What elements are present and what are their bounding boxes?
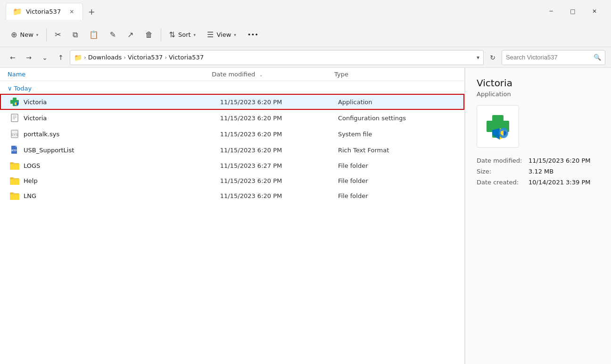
file-name: Help (21, 177, 220, 184)
table-row[interactable]: SYS porttalk.sys 11/15/2023 6:20 PM Syst… (0, 126, 464, 142)
meta-size-row: Size: 3.12 MB (477, 168, 600, 175)
new-tab-button[interactable]: + (85, 5, 98, 18)
file-icon (8, 176, 21, 185)
sort-icon: ⇅ (169, 30, 175, 39)
title-bar: 📁 Victoria537 ✕ + ─ □ ✕ (0, 0, 611, 23)
table-row[interactable]: Help 11/15/2023 6:20 PM File folder (0, 173, 464, 188)
delete-button[interactable]: 🗑 (140, 26, 158, 43)
breadcrumb-victoria537-1[interactable]: Victoria537 (128, 54, 163, 61)
minimize-button[interactable]: ─ (540, 4, 562, 19)
file-icon (8, 191, 21, 200)
delete-icon: 🗑 (145, 30, 153, 39)
file-name: porttalk.sys (21, 131, 220, 138)
forward-button[interactable]: → (22, 50, 36, 65)
rename-icon: ✎ (110, 30, 116, 39)
copy-button[interactable]: ⧉ (67, 26, 83, 43)
file-icon (8, 97, 21, 107)
new-label: New (20, 31, 33, 38)
column-date[interactable]: Date modified ⌄ (212, 71, 334, 78)
address-dropdown-icon[interactable]: ▾ (477, 54, 479, 61)
column-name[interactable]: Name (8, 71, 212, 78)
paste-button[interactable]: 📋 (84, 26, 104, 43)
file-type: Rich Text Format (338, 147, 456, 154)
group-header-today[interactable]: ∨ Today (0, 81, 464, 94)
tab-close-button[interactable]: ✕ (67, 8, 76, 16)
cut-icon: ✂ (55, 30, 61, 39)
share-button[interactable]: ↗ (122, 26, 139, 43)
file-date: 11/15/2023 6:20 PM (220, 115, 338, 122)
file-date: 11/15/2023 6:20 PM (220, 131, 338, 138)
table-row[interactable]: Victoria 11/15/2023 6:20 PM Application (0, 94, 464, 110)
breadcrumb-victoria537-2[interactable]: Victoria537 (169, 54, 204, 61)
nav-bar: ← → ⌄ ↑ 📁 › Downloads › Victoria537 › Vi… (0, 47, 611, 68)
table-row[interactable]: LOGS 11/15/2023 6:27 PM File folder (0, 158, 464, 173)
tab-area: 📁 Victoria537 ✕ + (6, 3, 540, 20)
group-chevron-icon: ∨ (8, 85, 12, 92)
group-label: Today (14, 85, 32, 92)
view-button[interactable]: ☰ View ▾ (202, 26, 241, 43)
file-name: USB_SupportList (21, 147, 220, 154)
file-list: Name Date modified ⌄ Type ∨ Today (0, 68, 465, 364)
table-row[interactable]: LNG 11/15/2023 6:20 PM File folder (0, 188, 464, 203)
details-app-icon (485, 113, 511, 140)
cut-button[interactable]: ✂ (50, 26, 66, 43)
main-content: Name Date modified ⌄ Type ∨ Today (0, 68, 611, 364)
meta-date-modified-row: Date modified: 11/15/2023 6:20 PM (477, 157, 600, 164)
search-input[interactable] (506, 54, 592, 61)
new-button[interactable]: ⊕ New ▾ (6, 26, 43, 43)
breadcrumb-sep-start: › (84, 54, 86, 61)
meta-size-label: Size: (477, 168, 528, 175)
file-date: 11/15/2023 6:20 PM (220, 99, 338, 106)
file-type: File folder (338, 162, 456, 169)
sort-button[interactable]: ⇅ Sort ▾ (164, 26, 201, 43)
more-label: ••• (248, 31, 258, 38)
tab-victoria537[interactable]: 📁 Victoria537 ✕ (6, 3, 83, 20)
file-rows-container: Victoria 11/15/2023 6:20 PM Application … (0, 94, 464, 203)
view-icon: ☰ (207, 30, 214, 39)
file-icon (8, 113, 21, 123)
sort-label: Sort (178, 31, 191, 38)
file-name: Victoria (21, 99, 220, 106)
meta-date-created-label: Date created: (477, 179, 528, 186)
tab-folder-icon: 📁 (13, 7, 22, 16)
refresh-button[interactable]: ↻ (486, 50, 500, 65)
search-bar[interactable]: 🔍 (502, 50, 605, 65)
meta-date-created-value: 10/14/2021 3:39 PM (528, 179, 590, 186)
details-panel: Victoria Application Date mo (465, 68, 611, 364)
address-bar[interactable]: 📁 › Downloads › Victoria537 › Victoria53… (70, 50, 484, 65)
meta-size-value: 3.12 MB (528, 168, 553, 175)
column-type[interactable]: Type (334, 71, 457, 78)
file-icon: RTF (8, 145, 21, 155)
toolbar-sep-1 (46, 28, 47, 41)
details-title: Victoria (477, 77, 600, 89)
rename-button[interactable]: ✎ (105, 26, 121, 43)
breadcrumb-downloads[interactable]: Downloads (88, 54, 122, 61)
view-chevron-icon: ▾ (234, 33, 236, 37)
table-row[interactable]: Victoria 11/15/2023 6:20 PM Configuratio… (0, 110, 464, 126)
up-button[interactable]: ↑ (54, 50, 68, 65)
breadcrumb-folder-icon: 📁 (74, 54, 82, 61)
file-date: 11/15/2023 6:27 PM (220, 162, 338, 169)
file-name: LNG (21, 192, 220, 199)
copy-icon: ⧉ (73, 30, 78, 39)
close-window-button[interactable]: ✕ (584, 4, 605, 19)
file-date: 11/15/2023 6:20 PM (220, 192, 338, 199)
details-meta: Date modified: 11/15/2023 6:20 PM Size: … (477, 157, 600, 186)
svg-text:SYS: SYS (11, 132, 18, 137)
window-controls: ─ □ ✕ (540, 4, 605, 19)
breadcrumb-sep-2: › (165, 54, 167, 61)
more-button[interactable]: ••• (242, 26, 264, 43)
file-type: File folder (338, 192, 456, 199)
file-type: System file (338, 131, 456, 138)
back-button[interactable]: ← (6, 50, 20, 65)
paste-icon: 📋 (89, 30, 99, 39)
meta-date-modified-value: 11/15/2023 6:20 PM (528, 157, 590, 164)
sort-indicator: ⌄ (259, 72, 263, 77)
maximize-button[interactable]: □ (562, 4, 584, 19)
search-icon[interactable]: 🔍 (594, 54, 601, 61)
dropdown-button[interactable]: ⌄ (38, 50, 52, 65)
table-row[interactable]: RTF USB_SupportList 11/15/2023 6:20 PM R… (0, 142, 464, 158)
breadcrumb-sep-1: › (124, 54, 126, 61)
file-icon (8, 161, 21, 170)
svg-rect-10 (16, 146, 17, 147)
